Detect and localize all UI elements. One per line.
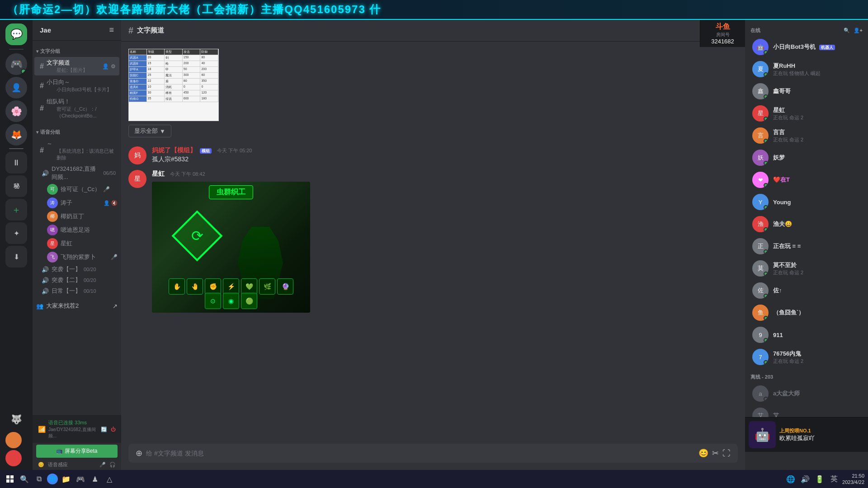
date-display: 2023/4/22 xyxy=(842,479,864,485)
user-5-name: 妖梦 xyxy=(773,154,861,162)
user-item-12[interactable]: 鱼 （鱼囧鱼`） xyxy=(747,302,866,324)
pause-icon-btn[interactable]: ⏸ xyxy=(5,152,27,174)
sidebar-spacer xyxy=(33,312,121,415)
channel-tilde[interactable]: # ～ 【系统消息】: 该消息已被删除 xyxy=(34,138,119,163)
message-input[interactable] xyxy=(146,450,695,457)
screen-share-button[interactable]: 📺 屏幕分享Beta xyxy=(36,445,118,458)
game-icon-1[interactable]: 🎮 xyxy=(74,473,87,485)
add-server-btn[interactable]: ＋ xyxy=(5,199,27,221)
add-attachment-icon[interactable]: ⊕ xyxy=(136,448,142,458)
voice-user-2[interactable]: 涛 涛子 👤 🔇 xyxy=(34,197,119,209)
download-btn[interactable]: ⬇ xyxy=(5,246,27,267)
user-8-name: 渔夫😀 xyxy=(773,220,861,228)
icon-orange[interactable] xyxy=(5,432,22,448)
voice-disconnect-icon[interactable]: ⏻ xyxy=(111,427,116,432)
user-item-14[interactable]: 7 76756内鬼 正在玩 命运 2 xyxy=(747,346,866,368)
battery-icon[interactable]: 🔋 xyxy=(813,473,826,485)
user-avatar-left[interactable]: 🐺 xyxy=(5,408,27,430)
user-item-2[interactable]: 鑫 鑫哥哥 xyxy=(747,80,866,102)
search-taskbar-icon[interactable]: 🔍 xyxy=(18,473,31,485)
chrome-icon[interactable]: 🌐 xyxy=(47,474,58,484)
file-icon[interactable]: 📁 xyxy=(60,473,72,485)
channel-group-voice[interactable]: ▾ 语音分组 xyxy=(33,122,121,137)
channel-group-text[interactable]: ▾ 文字分组 xyxy=(33,41,121,56)
expand-icon[interactable]: ⛶ xyxy=(722,449,731,458)
settings-icon-ch: ⚙ xyxy=(111,63,116,70)
user-item-young[interactable]: Y Young xyxy=(747,191,866,213)
mic-icon-bar[interactable]: 🎤 xyxy=(99,462,106,468)
voice-channel-1[interactable]: 🔊 DY3241682,直播间频... 06/50 xyxy=(34,164,119,182)
offline-user-1[interactable]: a a大盆大师 xyxy=(747,383,866,404)
cell-72: 稀有 xyxy=(165,90,183,96)
voice-user-6[interactable]: 飞 飞翔的紫萝卜 🎤 xyxy=(34,251,119,263)
server-icon-4[interactable]: 🦊 xyxy=(5,124,27,145)
voice-channel-4[interactable]: 🔊 日常【一】 00/10 xyxy=(34,286,119,296)
voice-refresh-icon[interactable]: 🔄 xyxy=(101,427,107,432)
user-bot-name: 小日向Bot3号机 机器人 xyxy=(773,43,861,51)
voice-status-icons: 🔄 ⏻ xyxy=(101,427,116,432)
channel-code-sub: 密可证（_Cc）：/（CheckpointBo... xyxy=(57,106,116,119)
user-item-3[interactable]: 星 星虹 正在玩 命运 2 xyxy=(747,103,866,124)
voice-icon-1: 🔊 xyxy=(42,170,49,177)
task-view-icon[interactable]: ⧉ xyxy=(33,473,45,485)
secret-btn[interactable]: 秘 xyxy=(5,175,27,197)
game-symbol: ⟳ xyxy=(171,210,222,261)
show-all-button[interactable]: 显示全部 ▼ xyxy=(128,125,171,137)
server-icon-1[interactable]: 🎮 xyxy=(5,53,27,75)
user-13-avatar: 9 xyxy=(752,327,769,343)
server-icon-3[interactable]: 🌸 xyxy=(5,100,27,122)
user-item-bot[interactable]: 🤖 小日向Bot3号机 机器人 xyxy=(747,36,866,58)
cell-40: 技能C xyxy=(129,73,147,78)
windows-icon[interactable] xyxy=(4,473,16,485)
user-item-10[interactable]: 莫 莫不至於 正在玩 命运 2 xyxy=(747,258,866,279)
active-server-icon[interactable]: 💬 xyxy=(5,23,27,45)
server-icon-2[interactable]: 👤 xyxy=(5,77,27,99)
speaker-icon[interactable]: 🔊 xyxy=(799,473,811,485)
voice-channel-2[interactable]: 🔊 突袭【一】 00/20 xyxy=(34,264,119,274)
cell-02: 类型 xyxy=(165,49,183,55)
user-item-6[interactable]: ❤ ❤️在T xyxy=(747,169,866,191)
sticker-icon[interactable]: ✂ xyxy=(712,448,719,458)
bottom-skill-1: ⊙ xyxy=(205,293,221,309)
voice-user-5[interactable]: 星 星虹 xyxy=(34,237,119,250)
emoji-icon[interactable]: 😊 xyxy=(698,448,708,458)
user-item-4[interactable]: 言 言言 正在玩 命运 2 xyxy=(747,125,866,146)
voice-user-4[interactable]: 嗯 嗯迪恩足浴 xyxy=(34,224,119,236)
network-icon[interactable]: 🌐 xyxy=(784,473,797,485)
voice-channel-3[interactable]: 🔊 突袭【二】 00/20 xyxy=(34,275,119,285)
chevron-down-icon: ▼ xyxy=(160,128,165,135)
user-item-5[interactable]: 妖 妖梦 xyxy=(747,147,866,169)
icon-red[interactable] xyxy=(5,450,22,466)
spreadsheet-embed: 名称 等级 类型 攻击 防御 武器A 20 剑 150 80 武器B 15 枪 xyxy=(128,49,738,137)
user-item-8[interactable]: 渔 渔夫😀 xyxy=(747,213,866,235)
search-icon[interactable]: 🔍 xyxy=(844,28,850,33)
channel-text[interactable]: # 文字频道 星虹:【图片】 👤 ⚙ xyxy=(34,57,119,75)
svg-rect-0 xyxy=(6,475,9,479)
voice-user-1[interactable]: 可 徐可证（_Cc） 🎤 xyxy=(34,183,119,196)
cell-03: 攻击 xyxy=(183,49,201,55)
voice-user-4-name: 嗯迪恩足浴 xyxy=(61,226,90,234)
add-user-icon[interactable]: 👤+ xyxy=(854,28,863,33)
voice-user-3[interactable]: 椰 椰奶豆丁 xyxy=(34,210,119,223)
user-bot-badge: 机器人 xyxy=(819,45,835,50)
user-item-13[interactable]: 9 911 xyxy=(747,324,866,346)
user-item-1[interactable]: 夏 夏RuHH 正在玩 怪物猎人 崛起 xyxy=(747,58,866,80)
user-11-name: 佐↑ xyxy=(773,286,861,295)
steam-icon[interactable]: ♟ xyxy=(89,473,101,485)
discover-btn[interactable]: ✦ xyxy=(5,222,27,244)
svg-rect-1 xyxy=(10,475,14,479)
user-4-avatar: 言 xyxy=(752,127,769,144)
destiny-icon[interactable]: △ xyxy=(103,473,116,485)
server2-item[interactable]: 👥 大家来找茬2 ↗ xyxy=(33,298,121,312)
headphone-icon-bar[interactable]: 🎧 xyxy=(109,462,116,468)
server-header[interactable]: Jae ≡ xyxy=(33,20,121,41)
cell-32: 甲 xyxy=(165,67,183,72)
lang-icon[interactable]: 英 xyxy=(828,473,840,485)
channel-code[interactable]: # 组队码！ 密可证（_Cc）：/（CheckpointBo... xyxy=(34,96,119,121)
user-item-11[interactable]: 佐 佐↑ xyxy=(747,280,866,301)
user-item-9[interactable]: 正 正在玩 = = xyxy=(747,235,866,257)
server-menu-icon[interactable]: ≡ xyxy=(109,25,114,35)
server2-name: 大家来找茬2 xyxy=(46,302,79,310)
channel-bot[interactable]: # 小日向～ 小日向Bot3号机【卡片】 xyxy=(34,76,119,95)
user-11-status-dot xyxy=(764,294,768,298)
